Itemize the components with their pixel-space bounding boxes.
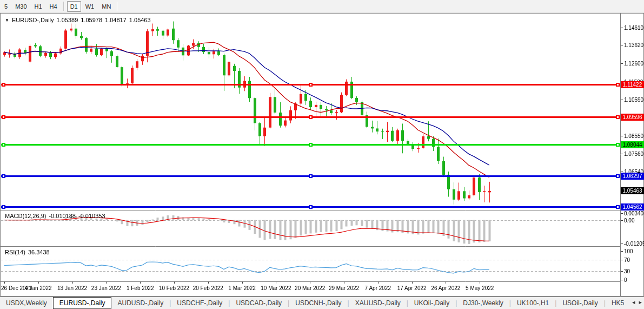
chevron-down-icon[interactable]: ▼ xyxy=(5,18,9,23)
macd-signal-value: -0.010353 xyxy=(78,213,105,219)
tab-xauusd-daily[interactable]: XAUUSD-,Daily xyxy=(349,297,407,309)
tf-button-h4[interactable]: H4 xyxy=(47,1,61,12)
tab-ukoil-daily[interactable]: UKOil-,Daily xyxy=(408,297,455,309)
hline-handle[interactable] xyxy=(616,83,620,87)
hline-handle[interactable] xyxy=(309,143,313,147)
tf-button-mn[interactable]: MN xyxy=(98,1,114,12)
date-axis-label: 1 Feb 2022 xyxy=(127,285,154,291)
macd-axis-label: 0.003408 xyxy=(624,211,644,216)
date-axis-label: 4 Jan 2022 xyxy=(25,285,52,291)
price-axis-tick: 1.14610 xyxy=(624,25,643,31)
macd-indicator-name: MACD(12,26,9) xyxy=(5,213,46,219)
date-axis-label: 26 Apr 2022 xyxy=(431,285,460,291)
timeframe-toolbar: 5M30H1H4D1W1MN xyxy=(0,0,644,13)
ohlc-close-value: 1.05463 xyxy=(129,17,151,23)
date-axis-label: 13 Jan 2022 xyxy=(57,285,87,291)
ohlc-open-value: 1.05389 xyxy=(57,17,78,23)
tf-button-h1[interactable]: H1 xyxy=(31,1,45,12)
rsi-axis-label: 0 xyxy=(624,277,627,283)
rsi-panel-label: RSI(14) 36.3438 xyxy=(5,249,50,255)
ohlc-low-value: 1.04817 xyxy=(105,17,127,23)
toolbar-separator xyxy=(117,2,118,11)
price-line-badge-1.06297: 1.06297 xyxy=(621,173,644,180)
hline-handle[interactable] xyxy=(309,174,313,178)
tab-usdchf-daily[interactable]: USDCHF-,Daily xyxy=(171,297,228,309)
price-line-badge-1.09596: 1.09596 xyxy=(621,114,644,121)
symbol-tabbar: USDX,WeeklyEURUSD-,DailyAUDUSD-,Daily|US… xyxy=(0,297,644,309)
price-axis-tick: 1.10590 xyxy=(624,97,643,103)
price-line-badge-1.04562: 1.04562 xyxy=(621,203,644,211)
chart-header: ▼ EURUSD-,Daily 1.05389 1.05978 1.04817 … xyxy=(5,17,151,23)
tabs-scroll-left-icon[interactable]: ◂ xyxy=(632,299,635,306)
macd-axis-label: -0.01205 xyxy=(624,241,644,247)
hline-handle[interactable] xyxy=(309,83,313,87)
rsi-axis-label: 70 xyxy=(624,257,630,263)
price-line-badge-1.08044: 1.08044 xyxy=(621,141,644,148)
tab-dj30-weekly[interactable]: DJ30-,Weekly xyxy=(457,297,509,309)
ohlc-high-value: 1.05978 xyxy=(81,17,102,23)
date-axis-label: 5 May 2022 xyxy=(466,285,494,291)
trading-terminal: 5M30H1H4D1W1MN ▼ EURUSD-,Daily 1.05389 1… xyxy=(0,0,644,309)
rsi-indicator-name: RSI(14) xyxy=(5,249,25,255)
tab-hk5[interactable]: HK5 xyxy=(606,297,630,309)
tf-button-w1[interactable]: W1 xyxy=(82,1,98,12)
tab-eurusd-daily[interactable]: EURUSD-,Daily xyxy=(53,297,112,309)
date-axis-label: 20 Mar 2022 xyxy=(295,285,325,291)
date-axis-label: 17 Apr 2022 xyxy=(397,285,427,291)
price-axis-tick: 1.13620 xyxy=(624,42,643,48)
price-axis-tick: 1.12600 xyxy=(624,61,643,67)
tabs-scroll-right-icon[interactable]: ▸ xyxy=(639,299,642,306)
chart-canvas[interactable] xyxy=(0,13,644,297)
hline-handle[interactable] xyxy=(616,143,620,147)
date-axis-label: 10 Mar 2022 xyxy=(261,285,291,291)
tab-audusd-daily[interactable]: AUDUSD-,Daily xyxy=(111,297,169,309)
tab-usdcnh-daily[interactable]: USDCNH-,Daily xyxy=(289,297,347,309)
macd-panel-label: MACD(12,26,9) -0.010188 -0.010353 xyxy=(5,213,105,219)
date-axis-label: 1 Mar 2022 xyxy=(228,285,256,291)
tf-button-m30[interactable]: M30 xyxy=(12,1,30,12)
macd-axis-label: 0.00 xyxy=(624,218,634,223)
tabbar-scroll-arrows: ◂ ▸ xyxy=(630,299,642,306)
date-axis-label: 7 Apr 2022 xyxy=(365,285,391,291)
tf-button-5[interactable]: 5 xyxy=(1,1,11,12)
toolbar-separator xyxy=(63,2,64,11)
hline-handle[interactable] xyxy=(2,143,5,147)
hline-handle[interactable] xyxy=(2,115,5,119)
price-line-badge-1.11422: 1.11422 xyxy=(621,81,644,88)
tab-usdcad-daily[interactable]: USDCAD-,Daily xyxy=(230,297,288,309)
rsi-axis-label: 30 xyxy=(624,268,630,274)
tab-usoil-daily[interactable]: USOil-,Daily xyxy=(556,297,603,309)
current-price-badge: 1.05463 xyxy=(621,187,644,194)
macd-value: -0.010188 xyxy=(49,213,76,219)
chart-symbol-label: EURUSD-,Daily xyxy=(12,17,54,23)
date-axis-label: 29 Mar 2022 xyxy=(329,285,359,291)
rsi-value: 36.3438 xyxy=(28,249,50,255)
tab-usdx-weekly[interactable]: USDX,Weekly xyxy=(0,297,53,309)
tab-uk100-h1[interactable]: UK100-,H1 xyxy=(511,297,555,309)
hline-handle[interactable] xyxy=(2,205,5,209)
price-axis-tick: 1.07560 xyxy=(624,151,643,157)
date-axis-label: 23 Jan 2022 xyxy=(91,285,121,291)
hline-handle[interactable] xyxy=(616,174,620,178)
hline-handle[interactable] xyxy=(616,115,620,119)
hline-handle[interactable] xyxy=(2,174,5,178)
price-axis-tick: 1.08550 xyxy=(624,133,643,139)
date-axis-label: 10 Feb 2022 xyxy=(159,285,189,291)
hline-handle[interactable] xyxy=(309,205,313,209)
tf-button-d1[interactable]: D1 xyxy=(67,1,81,12)
hline-handle[interactable] xyxy=(2,83,5,87)
hline-handle[interactable] xyxy=(616,205,620,209)
date-axis-label: 20 Feb 2022 xyxy=(193,285,223,291)
hline-handle[interactable] xyxy=(309,115,313,119)
rsi-axis-label: 100 xyxy=(624,248,633,254)
